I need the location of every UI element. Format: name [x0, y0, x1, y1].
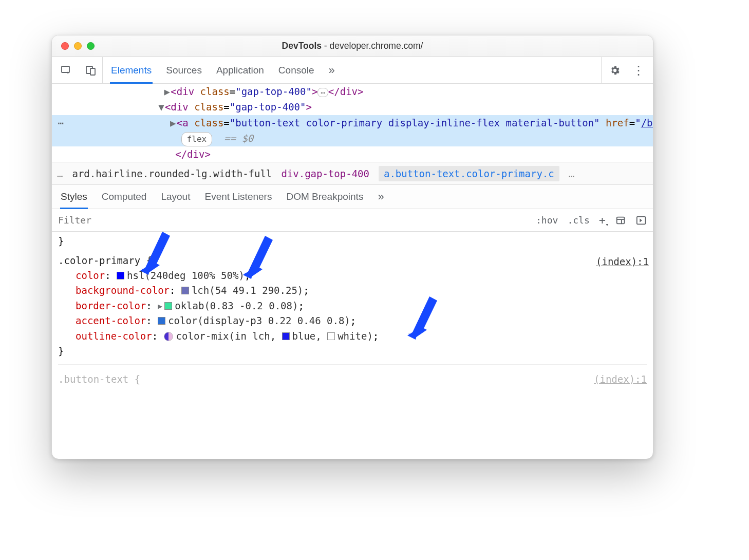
dom-row[interactable]: </div> — [52, 146, 653, 162]
declaration[interactable]: border-color: ▶oklab(0.83 -0.2 0.08); — [58, 298, 647, 313]
settings-gear-icon[interactable] — [608, 63, 622, 78]
dom-tree[interactable]: ▶<div class="gap-top-400">⋯</div> ▼<div … — [52, 84, 653, 162]
cls-toggle[interactable]: .cls — [567, 215, 589, 226]
flex-badge[interactable]: flex — [181, 132, 213, 146]
breadcrumb-item-current[interactable]: a.button-text.color-primary.c — [379, 166, 559, 181]
devtools-window: DevTools - developer.chrome.com/ Element… — [51, 35, 653, 459]
breadcrumb-ellipsis[interactable]: … — [569, 168, 574, 179]
window-title: DevTools - developer.chrome.com/ — [52, 41, 653, 51]
styles-pane[interactable]: } (index):1 .color-primary { color: hsl(… — [52, 232, 653, 459]
hov-toggle[interactable]: :hov — [536, 215, 558, 226]
rule-selector[interactable]: .color-primary { — [58, 253, 647, 268]
color-mix-swatch-icon[interactable] — [164, 332, 173, 341]
rule-close: } — [58, 234, 647, 249]
rule-selector[interactable]: .button-text { — [58, 372, 140, 387]
tab-application[interactable]: Application — [215, 57, 265, 83]
device-toolbar-icon[interactable] — [84, 63, 98, 78]
tab-console[interactable]: Console — [277, 57, 315, 83]
declaration[interactable]: color: hsl(240deg 100% 50%); — [58, 268, 647, 283]
color-swatch[interactable] — [164, 302, 172, 310]
dollar-zero: == $0 — [224, 133, 253, 144]
styles-filter-input[interactable] — [58, 215, 527, 226]
breadcrumb-ellipsis[interactable]: … — [57, 168, 63, 179]
dom-row[interactable]: ▶<div class="gap-top-400">⋯</div> — [52, 84, 653, 99]
titlebar: DevTools - developer.chrome.com/ — [52, 35, 653, 57]
subtab-styles[interactable]: Styles — [60, 185, 88, 209]
color-swatch[interactable] — [327, 332, 335, 340]
svg-rect-0 — [62, 66, 69, 72]
dom-breadcrumb[interactable]: … ard.hairline.rounded-lg.width-full div… — [52, 162, 653, 184]
color-swatch[interactable] — [282, 332, 290, 340]
breadcrumb-item[interactable]: ard.hairline.rounded-lg.width-full — [72, 168, 272, 179]
color-swatch[interactable] — [181, 287, 189, 294]
rendering-panel-icon[interactable] — [635, 215, 647, 226]
breadcrumb-item[interactable]: div.gap-top-400 — [281, 168, 369, 179]
styles-filter-row: :hov .cls +▾ — [52, 209, 653, 232]
declaration[interactable]: outline-color: color-mix(in lch, blue, w… — [58, 329, 647, 344]
tab-elements[interactable]: Elements — [110, 57, 153, 83]
css-rule-truncated[interactable]: .button-text { (index):1 — [58, 364, 647, 387]
devtools-top-toolbar: Elements Sources Application Console » ⋮ — [52, 57, 653, 84]
styles-subtabs: Styles Computed Layout Event Listeners D… — [52, 184, 653, 209]
subtab-event-listeners[interactable]: Event Listeners — [204, 185, 272, 209]
rule-origin-link[interactable]: (index):1 — [596, 254, 649, 269]
tab-more-icon[interactable]: » — [328, 57, 336, 83]
declaration[interactable]: background-color: lch(54 49.1 290.25); — [58, 283, 647, 298]
dom-row-selected[interactable]: ⋯ ▶<a class="button-text color-primary d… — [52, 115, 653, 146]
title-prefix: DevTools — [282, 41, 322, 51]
color-swatch[interactable] — [117, 272, 124, 279]
subtab-dom-breakpoints[interactable]: DOM Breakpoints — [286, 185, 364, 209]
computed-styles-sidebar-icon[interactable] — [615, 215, 626, 226]
rule-close: } — [58, 344, 647, 359]
expand-tri-icon[interactable]: ▶ — [158, 301, 162, 312]
declaration[interactable]: accent-color: color(display-p3 0.22 0.46… — [58, 313, 647, 328]
subtab-computed[interactable]: Computed — [101, 185, 147, 209]
new-style-rule-icon[interactable]: +▾ — [599, 214, 606, 227]
inspect-tools — [59, 57, 103, 83]
ellipsis-icon[interactable]: ⋯ — [317, 88, 328, 97]
rule-origin-link[interactable]: (index):1 — [594, 372, 647, 387]
panel-tabs: Elements Sources Application Console » — [110, 57, 594, 83]
svg-rect-3 — [617, 217, 625, 223]
svg-rect-2 — [90, 68, 95, 75]
inspect-element-icon[interactable] — [59, 63, 73, 78]
subtab-more-icon[interactable]: » — [377, 185, 384, 209]
dom-row[interactable]: ▼<div class="gap-top-400"> — [52, 99, 653, 115]
subtab-layout[interactable]: Layout — [160, 185, 191, 209]
css-rule[interactable]: .color-primary { color: hsl(240deg 100% … — [58, 253, 647, 359]
color-swatch[interactable] — [158, 317, 165, 325]
kebab-menu-icon[interactable]: ⋮ — [631, 63, 646, 78]
top-right-tools: ⋮ — [601, 57, 646, 83]
tab-sources[interactable]: Sources — [165, 57, 203, 83]
